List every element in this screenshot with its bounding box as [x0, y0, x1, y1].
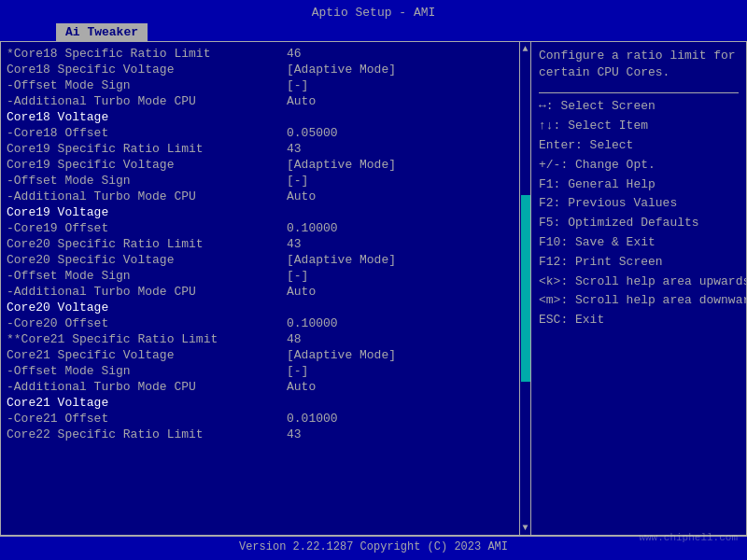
menu-row-value: 43	[287, 142, 525, 156]
menu-row-label: Core20 Voltage	[7, 301, 287, 315]
menu-row-value	[287, 396, 525, 410]
menu-row[interactable]: **Core21 Specific Ratio Limit48	[7, 331, 525, 347]
help-key-line: ↔: Select Screen	[539, 97, 739, 117]
menu-row-label: Core21 Specific Voltage	[7, 348, 287, 362]
menu-row[interactable]: -Offset Mode Sign[-]	[7, 173, 525, 189]
help-key-line: ESC: Exit	[539, 311, 739, 330]
menu-row[interactable]: Core19 Voltage	[7, 204, 525, 220]
menu-row[interactable]: Core21 Specific Voltage[Adaptive Mode]	[7, 347, 525, 363]
menu-row[interactable]: Core21 Voltage	[7, 395, 525, 411]
menu-row-label: Core21 Voltage	[7, 396, 287, 410]
menu-row-label: -Offset Mode Sign	[7, 78, 287, 92]
menu-row[interactable]: -Core19 Offset0.10000	[7, 220, 525, 236]
version-bar: Version 2.22.1287 Copyright (C) 2023 AMI	[0, 536, 747, 557]
menu-row-label: -Additional Turbo Mode CPU	[7, 189, 287, 203]
menu-row-label: -Additional Turbo Mode CPU	[7, 285, 287, 299]
menu-row-value: Auto	[287, 94, 525, 108]
menu-row-label: *Core18 Specific Ratio Limit	[7, 47, 287, 61]
menu-row-value	[287, 110, 525, 124]
menu-row-label: Core20 Specific Voltage	[7, 253, 287, 267]
help-key-line: F1: General Help	[539, 175, 739, 195]
scroll-up-arrow[interactable]: ▲	[522, 42, 528, 56]
menu-row[interactable]: -Core21 Offset0.01000	[7, 411, 525, 427]
menu-row-label: Core19 Voltage	[7, 205, 287, 219]
watermark: www.chiphell.com	[639, 532, 738, 543]
menu-row[interactable]: -Offset Mode Sign[-]	[7, 268, 525, 284]
menu-row-label: -Core20 Offset	[7, 316, 287, 330]
title-bar: Aptio Setup - AMI	[0, 0, 747, 23]
menu-row[interactable]: -Offset Mode Sign[-]	[7, 363, 525, 379]
menu-row[interactable]: -Additional Turbo Mode CPUAuto	[7, 93, 525, 109]
help-keys: ↔: Select Screen↑↓: Select ItemEnter: Se…	[539, 97, 739, 529]
menu-row[interactable]: Core22 Specific Ratio Limit43	[7, 427, 525, 442]
menu-row-value: [-]	[287, 174, 525, 188]
menu-row-value: [Adaptive Mode]	[287, 63, 525, 77]
window-title: Aptio Setup - AMI	[312, 6, 436, 20]
menu-row[interactable]: -Core18 Offset0.05000	[7, 125, 525, 141]
menu-row-label: -Additional Turbo Mode CPU	[7, 380, 287, 394]
menu-row-value: 48	[287, 332, 525, 346]
menu-row-value: 0.10000	[287, 316, 525, 330]
scrollbar[interactable]: ▲ ▼	[519, 42, 530, 535]
menu-row-value: [Adaptive Mode]	[287, 253, 525, 267]
menu-row-label: -Offset Mode Sign	[7, 174, 287, 188]
menu-row-label: Core19 Specific Voltage	[7, 158, 287, 172]
help-key-line: Enter: Select	[539, 136, 739, 156]
menu-row-value: 0.10000	[287, 221, 525, 235]
menu-row-value: 43	[287, 427, 525, 441]
menu-row-label: -Core21 Offset	[7, 412, 287, 426]
menu-row-label: **Core21 Specific Ratio Limit	[7, 332, 287, 346]
menu-row-value: [-]	[287, 269, 525, 283]
menu-row[interactable]: Core20 Specific Ratio Limit43	[7, 236, 525, 252]
menu-row-label: -Additional Turbo Mode CPU	[7, 94, 287, 108]
menu-row-label: -Core18 Offset	[7, 126, 287, 140]
help-key-line: <k>: Scroll help area upwards	[539, 273, 739, 292]
menu-row-value: [-]	[287, 78, 525, 92]
menu-row-label: Core20 Specific Ratio Limit	[7, 237, 287, 251]
menu-row-value: Auto	[287, 189, 525, 203]
menu-row-value: 0.05000	[287, 126, 525, 140]
ai-tweaker-tab[interactable]: Ai Tweaker	[56, 23, 148, 41]
menu-row[interactable]: *Core18 Specific Ratio Limit46	[7, 46, 525, 62]
help-key-line: F5: Optimized Defaults	[539, 214, 739, 233]
menu-row-label: Core18 Specific Voltage	[7, 63, 287, 77]
menu-row[interactable]: -Additional Turbo Mode CPUAuto	[7, 189, 525, 204]
scroll-track	[521, 56, 530, 521]
menu-row-value: 46	[287, 47, 525, 61]
menu-row[interactable]: -Additional Turbo Mode CPUAuto	[7, 284, 525, 300]
menu-row-value: Auto	[287, 380, 525, 394]
menu-row-value: 0.01000	[287, 412, 525, 426]
help-key-line: <m>: Scroll help area downwards	[539, 291, 739, 311]
help-description: Configure a ratio limit for certain CPU …	[539, 48, 739, 81]
menu-row[interactable]: Core19 Specific Voltage[Adaptive Mode]	[7, 157, 525, 173]
menu-row[interactable]: Core19 Specific Ratio Limit43	[7, 141, 525, 157]
menu-row[interactable]: Core18 Specific Voltage[Adaptive Mode]	[7, 62, 525, 77]
menu-row-value: [Adaptive Mode]	[287, 158, 525, 172]
content-area: *Core18 Specific Ratio Limit46 Core18 Sp…	[1, 42, 531, 535]
menu-row[interactable]: -Additional Turbo Mode CPUAuto	[7, 379, 525, 395]
help-key-line: F2: Previous Values	[539, 194, 739, 214]
rows-container: *Core18 Specific Ratio Limit46 Core18 Sp…	[7, 46, 525, 442]
menu-row-label: -Offset Mode Sign	[7, 364, 287, 378]
scroll-down-arrow[interactable]: ▼	[522, 521, 528, 535]
version-text: Version 2.22.1287 Copyright (C) 2023 AMI	[239, 540, 508, 553]
menu-row-label: Core18 Voltage	[7, 110, 287, 124]
help-key-line: ↑↓: Select Item	[539, 117, 739, 136]
menu-row[interactable]: Core20 Specific Voltage[Adaptive Mode]	[7, 252, 525, 268]
scroll-thumb	[521, 195, 530, 381]
menu-row-label: Core22 Specific Ratio Limit	[7, 427, 287, 441]
menu-row-label: -Offset Mode Sign	[7, 269, 287, 283]
menu-row-value	[287, 205, 525, 219]
tab-row: Ai Tweaker	[0, 23, 747, 41]
menu-row-value: [Adaptive Mode]	[287, 348, 525, 362]
help-key-line: +/-: Change Opt.	[539, 156, 739, 175]
menu-row-value: 43	[287, 237, 525, 251]
menu-row[interactable]: Core18 Voltage	[7, 109, 525, 125]
menu-row[interactable]: -Core20 Offset0.10000	[7, 315, 525, 331]
menu-row[interactable]: -Offset Mode Sign[-]	[7, 77, 525, 93]
menu-row-label: Core19 Specific Ratio Limit	[7, 142, 287, 156]
menu-row[interactable]: Core20 Voltage	[7, 300, 525, 315]
help-key-line: F12: Print Screen	[539, 253, 739, 273]
menu-row-value: Auto	[287, 285, 525, 299]
menu-row-value	[287, 301, 525, 315]
